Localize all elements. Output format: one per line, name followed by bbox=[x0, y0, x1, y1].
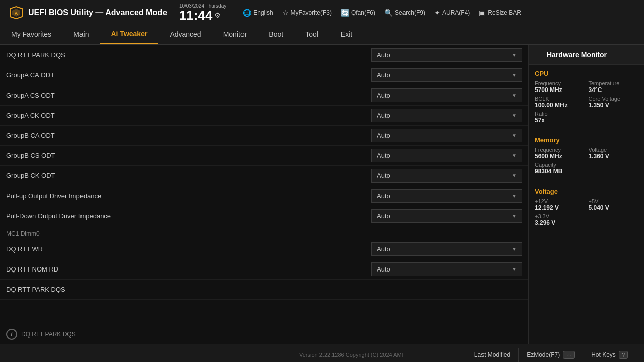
footer-last-modified[interactable]: Last Modified bbox=[466, 348, 518, 361]
dropdown-value: Auto bbox=[377, 245, 390, 253]
footer-actions: Last Modified EzMode(F7) ↔ Hot Keys ? bbox=[466, 348, 636, 362]
setting-row-groupa-ca-odt[interactable]: GroupA CA ODT Auto ▼ bbox=[0, 65, 528, 85]
cpu-divider bbox=[535, 128, 638, 128]
cpu-temperature: Temperature 34°C bbox=[589, 80, 638, 94]
toolbar-resizebar[interactable]: ▣ ReSize BAR bbox=[479, 9, 521, 17]
nav-ai-tweaker[interactable]: Ai Tweaker bbox=[100, 24, 158, 44]
dropdown-groupb-ck-odt[interactable]: Auto ▼ bbox=[371, 169, 522, 183]
hardware-monitor-panel: 🖥 Hardware Monitor CPU Frequency 5700 MH… bbox=[528, 45, 644, 344]
volt-33v: +3.3V 3.296 V bbox=[535, 213, 638, 226]
mem-frequency: Frequency 5600 MHz bbox=[535, 147, 585, 160]
nav-main[interactable]: Main bbox=[62, 24, 100, 44]
nav-bar: My Favorites Main Ai Tweaker Advanced Mo… bbox=[0, 24, 644, 45]
dropdown-groupa-ck-odt[interactable]: Auto ▼ bbox=[371, 109, 522, 122]
dropdown-dq-rtt-park-dqs-1[interactable]: Auto ▼ bbox=[371, 48, 522, 62]
mem-capacity-row: Capacity 98304 MB bbox=[529, 161, 644, 176]
star-icon: ☆ bbox=[282, 9, 289, 17]
dropdown-groupa-cs-odt[interactable]: Auto ▼ bbox=[371, 88, 522, 102]
monitor-icon: 🖥 bbox=[535, 50, 543, 59]
setting-row-pulldown-impedance[interactable]: Pull-Down Output Driver Impedance Auto ▼ bbox=[0, 206, 528, 226]
toolbar-qfan[interactable]: 🔄 Qfan(F6) bbox=[341, 9, 375, 17]
toolbar-search-label: Search(F9) bbox=[395, 9, 425, 16]
dropdown-value: Auto bbox=[377, 152, 390, 159]
nav-exit[interactable]: Exit bbox=[330, 24, 363, 44]
footer-ezmode[interactable]: EzMode(F7) ↔ bbox=[518, 348, 583, 362]
setting-row-pullup-impedance[interactable]: Pull-up Output Driver Impedance Auto ▼ bbox=[0, 186, 528, 206]
setting-row-groupb-ca-odt[interactable]: GroupB CA ODT Auto ▼ bbox=[0, 126, 528, 146]
aura-icon: ✦ bbox=[434, 9, 440, 17]
main-layout: DQ RTT PARK DQS Auto ▼ GroupA CA ODT Aut… bbox=[0, 45, 644, 344]
cpu-frequency-value: 5700 MHz bbox=[535, 86, 585, 94]
toolbar-english-label: English bbox=[253, 9, 273, 16]
setting-row-dq-rtt-park-dqs-1[interactable]: DQ RTT PARK DQS Auto ▼ bbox=[0, 45, 528, 65]
volt-33v-row: +3.3V 3.296 V bbox=[529, 212, 644, 227]
dropdown-pullup-impedance[interactable]: Auto ▼ bbox=[371, 189, 522, 203]
last-modified-label: Last Modified bbox=[474, 351, 510, 358]
mem-voltage: Voltage 1.360 V bbox=[589, 147, 638, 160]
fan-icon: 🔄 bbox=[341, 9, 349, 17]
setting-row-dq-rtt-wr[interactable]: DQ RTT WR Auto ▼ bbox=[0, 239, 528, 259]
setting-label: GroupA CA ODT bbox=[6, 68, 371, 82]
setting-row-groupb-cs-odt[interactable]: GroupB CS ODT Auto ▼ bbox=[0, 146, 528, 166]
volt-12v: +12V 12.192 V bbox=[535, 198, 585, 211]
cpu-frequency: Frequency 5700 MHz bbox=[535, 80, 585, 94]
cpu-core-voltage: Core Voltage 1.350 V bbox=[589, 96, 638, 109]
nav-tool[interactable]: Tool bbox=[294, 24, 330, 44]
dropdown-dq-rtt-wr[interactable]: Auto ▼ bbox=[371, 242, 522, 256]
setting-label: Pull-Down Output Driver Impedance bbox=[6, 209, 371, 223]
ezmode-label: EzMode(F7) bbox=[527, 351, 560, 358]
info-icon: i bbox=[6, 329, 17, 340]
chevron-down-icon: ▼ bbox=[512, 93, 517, 98]
section-mc1-dimm0: MC1 Dimm0 bbox=[0, 226, 528, 239]
setting-row-groupa-ck-odt[interactable]: GroupA CK ODT Auto ▼ bbox=[0, 106, 528, 126]
setting-row-groupb-ck-odt[interactable]: GroupB CK ODT Auto ▼ bbox=[0, 166, 528, 186]
footer-hot-keys[interactable]: Hot Keys ? bbox=[583, 348, 636, 362]
dropdown-value: Auto bbox=[377, 192, 390, 200]
header-bar: A UEFI BIOS Utility — Advanced Mode 10/0… bbox=[0, 0, 644, 24]
toolbar-resizebar-label: ReSize BAR bbox=[488, 9, 521, 16]
chevron-down-icon: ▼ bbox=[512, 72, 517, 78]
volt-33v-value: 3.296 V bbox=[535, 219, 638, 226]
setting-row-groupa-cs-odt[interactable]: GroupA CS ODT Auto ▼ bbox=[0, 85, 528, 106]
chevron-down-icon: ▼ bbox=[512, 246, 517, 252]
setting-label: DQ RTT PARK DQS bbox=[6, 48, 371, 62]
dropdown-pulldown-impedance[interactable]: Auto ▼ bbox=[371, 209, 522, 223]
cpu-ratio: Ratio 57x bbox=[535, 111, 638, 124]
toolbar-aura[interactable]: ✦ AURA(F4) bbox=[434, 9, 470, 17]
nav-my-favorites[interactable]: My Favorites bbox=[0, 24, 62, 44]
dropdown-groupb-ca-odt[interactable]: Auto ▼ bbox=[371, 129, 522, 142]
hw-monitor-title: Hardware Monitor bbox=[547, 51, 607, 59]
dropdown-groupb-cs-odt[interactable]: Auto ▼ bbox=[371, 149, 522, 162]
resize-icon: ▣ bbox=[479, 9, 486, 17]
nav-boot[interactable]: Boot bbox=[258, 24, 294, 44]
logo-area: A UEFI BIOS Utility — Advanced Mode bbox=[8, 5, 167, 21]
toolbar-search[interactable]: 🔍 Search(F9) bbox=[384, 9, 425, 17]
cpu-freq-temp-row: Frequency 5700 MHz Temperature 34°C bbox=[529, 79, 644, 95]
dropdown-value: Auto bbox=[377, 112, 390, 119]
dropdown-groupa-ca-odt[interactable]: Auto ▼ bbox=[371, 68, 522, 82]
setting-row-dq-rtt-nom-rd[interactable]: DQ RTT NOM RD Auto ▼ bbox=[0, 259, 528, 280]
chevron-down-icon: ▼ bbox=[512, 266, 517, 272]
nav-advanced[interactable]: Advanced bbox=[158, 24, 212, 44]
chevron-down-icon: ▼ bbox=[512, 213, 517, 219]
search-icon: 🔍 bbox=[384, 9, 393, 17]
toolbar-aura-label: AURA(F4) bbox=[442, 9, 470, 16]
chevron-down-icon: ▼ bbox=[512, 173, 517, 178]
settings-icon[interactable]: ⚙ bbox=[214, 11, 221, 19]
info-text: DQ RTT PARK DQS bbox=[21, 331, 76, 338]
toolbar-english[interactable]: 🌐 English bbox=[243, 9, 273, 17]
cpu-ratio-row: Ratio 57x bbox=[529, 110, 644, 125]
dropdown-value: Auto bbox=[377, 172, 390, 179]
setting-label: Pull-up Output Driver Impedance bbox=[6, 189, 371, 203]
asus-logo-icon: A bbox=[8, 5, 24, 21]
mem-capacity-label: Capacity bbox=[535, 162, 638, 168]
cpu-bclk: BCLK 100.00 MHz bbox=[535, 96, 585, 109]
hw-section-voltage: Voltage bbox=[529, 183, 644, 197]
toolbar-myfavorite[interactable]: ☆ MyFavorite(F3) bbox=[282, 9, 332, 17]
volt-12v-label: +12V bbox=[535, 198, 585, 204]
setting-row-dq-rtt-park-dqs-2[interactable]: DQ RTT PARK DQS bbox=[0, 280, 528, 300]
dropdown-dq-rtt-nom-rd[interactable]: Auto ▼ bbox=[371, 262, 522, 276]
nav-monitor[interactable]: Monitor bbox=[212, 24, 258, 44]
chevron-down-icon: ▼ bbox=[512, 193, 517, 199]
content-area[interactable]: DQ RTT PARK DQS Auto ▼ GroupA CA ODT Aut… bbox=[0, 45, 528, 324]
